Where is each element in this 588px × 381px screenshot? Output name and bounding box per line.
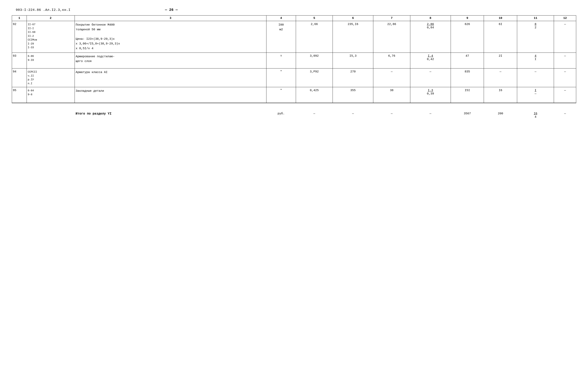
row-94-desc: Арматура класса АI [75,68,266,87]
col7-header: 7 [373,16,410,21]
row-93-col7: 6,76 [373,53,410,68]
row-93-col8: I,4 0,42 [410,53,451,68]
row-95-col5: 0,425 [296,87,333,103]
row-92-col9: 626 [451,21,484,53]
row-95-num: 95 [12,87,27,103]
row-92-col12: — [554,21,576,53]
totals-col10: 200 [484,110,517,130]
row-92-unit: I00м2 [266,21,296,53]
row-94-col12: — [554,68,576,87]
col12-header: 12 [554,16,576,21]
row-93-col12: — [554,53,576,68]
row-95-col9: I5I [451,87,484,103]
row-95-col7: 38 [373,87,410,103]
row-92-col11: 8 2 [517,21,554,53]
row-92-col8: 2,86 0,84 [410,21,451,53]
row-93-col9: 47 [451,53,484,68]
totals-unit: руб. [266,110,296,130]
totals-col5: — [296,110,333,130]
totals-label: Итого по разделу YI [75,110,266,130]
row-95-col11: I — [517,87,554,103]
row-92-desc: Покрытие бетонное М400 толщиной 50 мм Це… [75,21,266,53]
row-92-col7: 22,86 [373,21,410,53]
totals-col8: — [410,110,451,130]
row-93-col11: 4 I [517,53,554,68]
row-92-ref: II-67II-III-68II-2CCIМcмI-29I-33 [27,21,75,53]
col1-header: 1 [12,16,27,21]
col2-header: 2 [27,16,75,21]
row-93-col5: 3,092 [296,53,333,68]
totals-empty2 [27,110,75,130]
row-92-col5: 2,66 [296,21,333,53]
totals-col12: — [554,110,576,130]
row-95-desc: Закладные детали [75,87,266,103]
col9-header: 9 [451,16,484,21]
row-93-num: 93 [12,53,27,68]
table-header-row: 1 2 3 4 5 6 7 8 9 10 11 12 [12,16,576,21]
row-94-unit: " [266,68,296,87]
col5-header: 5 [296,16,333,21]
table-row: 92 II-67II-III-68II-2CCIМcмI-29I-33 Покр… [12,21,576,53]
row-94-col10: — [484,68,517,87]
main-table: 1 2 3 4 5 6 7 8 9 10 11 12 92 II-67II-II… [12,15,576,130]
col10-header: 10 [484,16,517,21]
totals-col6: — [333,110,373,130]
row-93-ref: 6-869-I0 [27,53,75,68]
row-95-ref: 6-849-8 [27,87,75,103]
col11-header: 11 [517,16,554,21]
col6-header: 6 [333,16,373,21]
row-93-col6: I5,3 [333,53,373,68]
doc-reference: 903-I-224.86 .Ал.I2.3,кн.I [16,8,70,12]
col8-header: 8 [410,16,451,21]
row-95-col6: 355 [333,87,373,103]
table-row: 94 ССРСIIч.IIр.IУп.I Арматура класса АI … [12,68,576,87]
header: 903-I-224.86 .Ал.I2.3,кн.I — 26 — [12,8,576,12]
row-94-col9: 835 [451,68,484,87]
spacer-row [12,105,576,110]
totals-col7: — [373,110,410,130]
row-95-col12: — [554,87,576,103]
row-95-unit: " [266,87,296,103]
row-95-col10: I6 [484,87,517,103]
totals-col11: I6 4 [517,110,554,130]
totals-row: Итого по разделу YI руб. — — — — 3567 20… [12,110,576,130]
row-93-desc: Армирование подстилаю-щего слоя [75,53,266,68]
totals-empty1 [12,110,27,130]
row-94-col8: — [410,68,451,87]
row-94-col11: — [517,68,554,87]
row-93-unit: т [266,53,296,68]
table-row: 95 6-849-8 Закладные детали " 0,425 355 … [12,87,576,103]
row-94-col6: 270 [333,68,373,87]
table-row: 93 6-869-I0 Армирование подстилаю-щего с… [12,53,576,68]
totals-col9: 3567 [451,110,484,130]
row-92-col6: 235,I6 [333,21,373,53]
row-93-col10: 2I [484,53,517,68]
row-95-col8: I,3 0,39 [410,87,451,103]
row-94-num: 94 [12,68,27,87]
row-92-col10: 6I [484,21,517,53]
page-number: — 26 — [165,8,178,12]
row-94-ref: ССРСIIч.IIр.IУп.I [27,68,75,87]
col4-header: 4 [266,16,296,21]
row-92-num: 92 [12,21,27,53]
row-94-col7: — [373,68,410,87]
col3-header: 3 [75,16,266,21]
row-94-col5: 3,Р92 [296,68,333,87]
separator-row [12,103,576,105]
